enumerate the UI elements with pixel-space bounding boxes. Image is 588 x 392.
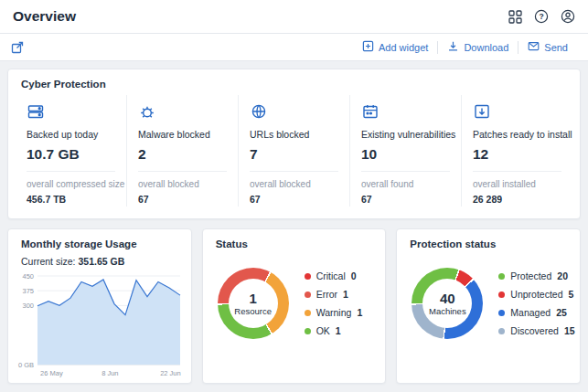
cyber-protection-stats: Backed up today 10.7 GB overall compress… bbox=[8, 93, 580, 218]
stat-existing-vulnerabilities: Existing vulnerabilities 10 overall foun… bbox=[349, 95, 461, 207]
dashboard-content: Cyber Protection Backed up today 10.7 GB… bbox=[0, 61, 588, 392]
legend-item-managed: Managed 25 bbox=[498, 307, 572, 318]
stat-sub-value: 67 bbox=[361, 194, 450, 205]
stat-backed-up-today: Backed up today 10.7 GB overall compress… bbox=[16, 95, 126, 207]
legend-item-unprotected: Unprotected 5 bbox=[498, 289, 572, 300]
header-icons: ? bbox=[508, 9, 575, 24]
stat-malware-blocked: Malware blocked 2 overall blocked 67 bbox=[126, 95, 238, 207]
svg-text:?: ? bbox=[539, 12, 543, 21]
status-donut-chart: 1 Resource bbox=[218, 268, 289, 339]
download-button[interactable]: Download bbox=[438, 40, 518, 54]
stat-divider bbox=[138, 171, 227, 172]
backup-icon bbox=[27, 102, 115, 121]
legend-label: OK bbox=[316, 325, 330, 336]
send-label: Send bbox=[544, 42, 568, 53]
stat-sub-value: 67 bbox=[250, 194, 338, 205]
overview-page: Overview ? bbox=[0, 0, 588, 392]
donut-center-label: Machines bbox=[429, 306, 466, 316]
legend-value: 1 bbox=[357, 307, 362, 318]
legend-value: 20 bbox=[557, 270, 568, 281]
stat-label: Malware blocked bbox=[138, 129, 227, 140]
donut-center-label: Resource bbox=[234, 306, 272, 316]
donut-center: 1 Resource bbox=[229, 279, 278, 328]
widget-toolbar: Add widget Download Send bbox=[0, 34, 588, 61]
account-icon[interactable] bbox=[561, 9, 575, 24]
svg-text:0 GB: 0 GB bbox=[18, 361, 34, 369]
current-size-label: Current size: bbox=[21, 256, 76, 267]
legend-label: Unprotected bbox=[510, 289, 562, 300]
stat-value: 2 bbox=[138, 146, 227, 163]
legend-dot bbox=[498, 310, 505, 316]
widget-title: Protection status bbox=[397, 229, 580, 253]
stat-sub-value: 456.7 TB bbox=[27, 194, 115, 205]
send-button[interactable]: Send bbox=[519, 40, 577, 54]
malware-icon bbox=[138, 102, 227, 121]
stat-label: URLs blocked bbox=[250, 129, 338, 140]
apps-icon[interactable] bbox=[508, 10, 522, 24]
donut-center-value: 1 bbox=[250, 291, 257, 305]
legend-dot bbox=[305, 328, 311, 334]
svg-text:8 Jun: 8 Jun bbox=[102, 369, 118, 377]
storage-usage-chart: 4503753000 GB26 May8 Jun22 Jun bbox=[14, 271, 186, 378]
legend-value: 5 bbox=[569, 289, 574, 300]
stat-divider bbox=[361, 171, 450, 172]
url-blocked-icon bbox=[250, 102, 338, 121]
svg-text:450: 450 bbox=[22, 272, 34, 281]
legend-dot bbox=[498, 328, 505, 334]
legend-label: Protected bbox=[510, 270, 551, 281]
legend-label: Error bbox=[316, 289, 337, 300]
help-icon[interactable]: ? bbox=[534, 9, 549, 24]
download-icon bbox=[447, 40, 459, 54]
legend-value: 15 bbox=[564, 325, 575, 336]
monthly-storage-widget: Monthly storage Usage Current size: 351.… bbox=[7, 228, 192, 384]
protection-chart-area: 40 Machines Protected 20 Unprotected bbox=[397, 253, 580, 339]
legend-dot bbox=[305, 310, 311, 316]
add-widget-label: Add widget bbox=[379, 42, 428, 53]
stat-sub-label: overall blocked bbox=[138, 179, 227, 189]
stat-sub-value: 26 289 bbox=[473, 194, 561, 205]
legend-dot bbox=[305, 273, 311, 280]
legend-item-protected: Protected 20 bbox=[498, 270, 572, 281]
page-title: Overview bbox=[13, 8, 76, 25]
stat-value: 10 bbox=[361, 146, 450, 163]
stat-urls-blocked: URLs blocked 7 overall blocked 67 bbox=[238, 95, 349, 207]
cyber-protection-title: Cyber Protection bbox=[8, 69, 580, 93]
download-label: Download bbox=[464, 42, 508, 53]
legend-value: 1 bbox=[336, 325, 341, 336]
toolbar-actions: Add widget Download Send bbox=[353, 40, 577, 54]
protection-status-widget: Protection status 40 Machines Protected … bbox=[396, 228, 581, 384]
stat-value: 7 bbox=[250, 146, 338, 163]
svg-text:26 May: 26 May bbox=[40, 369, 63, 377]
vulnerabilities-icon bbox=[361, 102, 450, 121]
legend-dot bbox=[305, 291, 311, 298]
stat-value: 10.7 GB bbox=[27, 146, 115, 163]
app-header: Overview ? bbox=[0, 0, 588, 34]
popout-icon[interactable] bbox=[11, 41, 24, 54]
status-legend: Critical 0 Error 1 Warning 1 bbox=[305, 270, 363, 336]
legend-label: Critical bbox=[316, 270, 346, 281]
legend-item-discovered: Discovered 15 bbox=[498, 325, 572, 336]
legend-item-error: Error 1 bbox=[305, 289, 363, 300]
legend-value: 25 bbox=[556, 307, 567, 318]
legend-dot bbox=[498, 273, 505, 280]
legend-label: Warning bbox=[316, 307, 352, 318]
stat-divider bbox=[250, 171, 338, 172]
widget-title: Monthly storage Usage bbox=[8, 229, 191, 253]
legend-value: 1 bbox=[343, 289, 348, 300]
stat-value: 12 bbox=[473, 146, 561, 163]
widgets-row: Monthly storage Usage Current size: 351.… bbox=[7, 228, 581, 384]
add-widget-icon bbox=[362, 40, 374, 54]
stat-divider bbox=[27, 171, 115, 172]
patches-icon bbox=[473, 102, 561, 121]
widget-title: Status bbox=[203, 229, 386, 253]
stat-patches-ready: Patches ready to install 12 overall inst… bbox=[461, 95, 572, 207]
status-chart-area: 1 Resource Critical 0 Error bbox=[203, 253, 386, 339]
legend-label: Discovered bbox=[510, 325, 559, 336]
stat-label: Patches ready to install bbox=[473, 129, 561, 140]
stat-sub-value: 67 bbox=[138, 194, 227, 205]
protection-donut-chart: 40 Machines bbox=[412, 268, 483, 339]
stat-label: Backed up today bbox=[27, 129, 115, 140]
legend-item-ok: OK 1 bbox=[305, 325, 363, 336]
add-widget-button[interactable]: Add widget bbox=[353, 40, 437, 54]
svg-text:300: 300 bbox=[22, 302, 34, 310]
